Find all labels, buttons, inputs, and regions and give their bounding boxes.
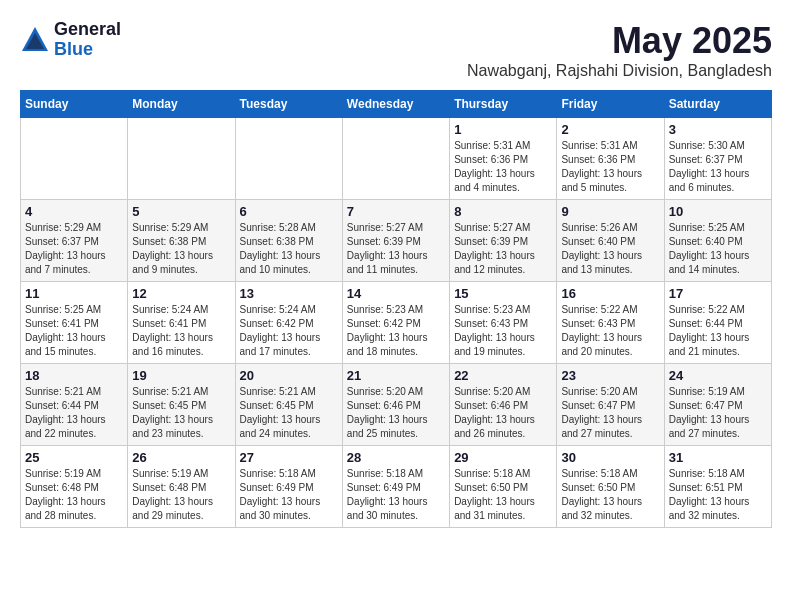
header-saturday: Saturday <box>664 91 771 118</box>
table-row: 3Sunrise: 5:30 AMSunset: 6:37 PMDaylight… <box>664 118 771 200</box>
day-info: Sunrise: 5:20 AMSunset: 6:47 PMDaylight:… <box>561 385 659 441</box>
logo: General Blue <box>20 20 121 60</box>
day-number: 18 <box>25 368 123 383</box>
table-row: 29Sunrise: 5:18 AMSunset: 6:50 PMDayligh… <box>450 446 557 528</box>
day-info: Sunrise: 5:20 AMSunset: 6:46 PMDaylight:… <box>347 385 445 441</box>
day-info: Sunrise: 5:18 AMSunset: 6:50 PMDaylight:… <box>454 467 552 523</box>
day-number: 1 <box>454 122 552 137</box>
day-info: Sunrise: 5:27 AMSunset: 6:39 PMDaylight:… <box>347 221 445 277</box>
table-row: 12Sunrise: 5:24 AMSunset: 6:41 PMDayligh… <box>128 282 235 364</box>
day-info: Sunrise: 5:22 AMSunset: 6:44 PMDaylight:… <box>669 303 767 359</box>
table-row: 15Sunrise: 5:23 AMSunset: 6:43 PMDayligh… <box>450 282 557 364</box>
day-number: 4 <box>25 204 123 219</box>
day-info: Sunrise: 5:29 AMSunset: 6:37 PMDaylight:… <box>25 221 123 277</box>
table-row: 6Sunrise: 5:28 AMSunset: 6:38 PMDaylight… <box>235 200 342 282</box>
day-info: Sunrise: 5:24 AMSunset: 6:41 PMDaylight:… <box>132 303 230 359</box>
table-row: 18Sunrise: 5:21 AMSunset: 6:44 PMDayligh… <box>21 364 128 446</box>
day-number: 6 <box>240 204 338 219</box>
day-info: Sunrise: 5:22 AMSunset: 6:43 PMDaylight:… <box>561 303 659 359</box>
day-info: Sunrise: 5:18 AMSunset: 6:49 PMDaylight:… <box>240 467 338 523</box>
day-info: Sunrise: 5:29 AMSunset: 6:38 PMDaylight:… <box>132 221 230 277</box>
day-info: Sunrise: 5:21 AMSunset: 6:45 PMDaylight:… <box>240 385 338 441</box>
table-row: 16Sunrise: 5:22 AMSunset: 6:43 PMDayligh… <box>557 282 664 364</box>
day-info: Sunrise: 5:23 AMSunset: 6:43 PMDaylight:… <box>454 303 552 359</box>
day-number: 2 <box>561 122 659 137</box>
day-info: Sunrise: 5:20 AMSunset: 6:46 PMDaylight:… <box>454 385 552 441</box>
table-row: 7Sunrise: 5:27 AMSunset: 6:39 PMDaylight… <box>342 200 449 282</box>
day-info: Sunrise: 5:27 AMSunset: 6:39 PMDaylight:… <box>454 221 552 277</box>
day-number: 22 <box>454 368 552 383</box>
header-thursday: Thursday <box>450 91 557 118</box>
day-info: Sunrise: 5:18 AMSunset: 6:49 PMDaylight:… <box>347 467 445 523</box>
day-number: 13 <box>240 286 338 301</box>
day-number: 27 <box>240 450 338 465</box>
table-row: 14Sunrise: 5:23 AMSunset: 6:42 PMDayligh… <box>342 282 449 364</box>
day-number: 21 <box>347 368 445 383</box>
day-number: 17 <box>669 286 767 301</box>
day-info: Sunrise: 5:19 AMSunset: 6:48 PMDaylight:… <box>25 467 123 523</box>
table-row: 17Sunrise: 5:22 AMSunset: 6:44 PMDayligh… <box>664 282 771 364</box>
table-row: 11Sunrise: 5:25 AMSunset: 6:41 PMDayligh… <box>21 282 128 364</box>
day-info: Sunrise: 5:18 AMSunset: 6:51 PMDaylight:… <box>669 467 767 523</box>
table-row: 25Sunrise: 5:19 AMSunset: 6:48 PMDayligh… <box>21 446 128 528</box>
table-row: 4Sunrise: 5:29 AMSunset: 6:37 PMDaylight… <box>21 200 128 282</box>
day-info: Sunrise: 5:21 AMSunset: 6:44 PMDaylight:… <box>25 385 123 441</box>
table-row <box>128 118 235 200</box>
table-row: 10Sunrise: 5:25 AMSunset: 6:40 PMDayligh… <box>664 200 771 282</box>
day-number: 15 <box>454 286 552 301</box>
day-number: 23 <box>561 368 659 383</box>
logo-icon <box>20 25 50 55</box>
day-number: 19 <box>132 368 230 383</box>
table-row: 1Sunrise: 5:31 AMSunset: 6:36 PMDaylight… <box>450 118 557 200</box>
table-row: 31Sunrise: 5:18 AMSunset: 6:51 PMDayligh… <box>664 446 771 528</box>
calendar-table: Sunday Monday Tuesday Wednesday Thursday… <box>20 90 772 528</box>
day-info: Sunrise: 5:31 AMSunset: 6:36 PMDaylight:… <box>561 139 659 195</box>
day-number: 5 <box>132 204 230 219</box>
header-sunday: Sunday <box>21 91 128 118</box>
day-number: 8 <box>454 204 552 219</box>
day-number: 10 <box>669 204 767 219</box>
calendar-week-row: 1Sunrise: 5:31 AMSunset: 6:36 PMDaylight… <box>21 118 772 200</box>
table-row: 5Sunrise: 5:29 AMSunset: 6:38 PMDaylight… <box>128 200 235 282</box>
month-year-title: May 2025 <box>467 20 772 62</box>
header-friday: Friday <box>557 91 664 118</box>
day-number: 28 <box>347 450 445 465</box>
day-info: Sunrise: 5:21 AMSunset: 6:45 PMDaylight:… <box>132 385 230 441</box>
day-number: 29 <box>454 450 552 465</box>
day-number: 20 <box>240 368 338 383</box>
logo-blue: Blue <box>54 39 93 59</box>
day-number: 26 <box>132 450 230 465</box>
day-info: Sunrise: 5:26 AMSunset: 6:40 PMDaylight:… <box>561 221 659 277</box>
day-info: Sunrise: 5:19 AMSunset: 6:47 PMDaylight:… <box>669 385 767 441</box>
calendar-week-row: 4Sunrise: 5:29 AMSunset: 6:37 PMDaylight… <box>21 200 772 282</box>
table-row: 26Sunrise: 5:19 AMSunset: 6:48 PMDayligh… <box>128 446 235 528</box>
table-row <box>235 118 342 200</box>
header-tuesday: Tuesday <box>235 91 342 118</box>
calendar-body: 1Sunrise: 5:31 AMSunset: 6:36 PMDaylight… <box>21 118 772 528</box>
table-row: 19Sunrise: 5:21 AMSunset: 6:45 PMDayligh… <box>128 364 235 446</box>
table-row: 30Sunrise: 5:18 AMSunset: 6:50 PMDayligh… <box>557 446 664 528</box>
table-row: 2Sunrise: 5:31 AMSunset: 6:36 PMDaylight… <box>557 118 664 200</box>
table-row: 22Sunrise: 5:20 AMSunset: 6:46 PMDayligh… <box>450 364 557 446</box>
day-number: 12 <box>132 286 230 301</box>
table-row: 13Sunrise: 5:24 AMSunset: 6:42 PMDayligh… <box>235 282 342 364</box>
day-number: 31 <box>669 450 767 465</box>
location-subtitle: Nawabganj, Rajshahi Division, Bangladesh <box>467 62 772 80</box>
table-row: 9Sunrise: 5:26 AMSunset: 6:40 PMDaylight… <box>557 200 664 282</box>
header-monday: Monday <box>128 91 235 118</box>
day-number: 30 <box>561 450 659 465</box>
logo-general: General <box>54 19 121 39</box>
day-info: Sunrise: 5:31 AMSunset: 6:36 PMDaylight:… <box>454 139 552 195</box>
day-info: Sunrise: 5:30 AMSunset: 6:37 PMDaylight:… <box>669 139 767 195</box>
table-row: 21Sunrise: 5:20 AMSunset: 6:46 PMDayligh… <box>342 364 449 446</box>
calendar-week-row: 11Sunrise: 5:25 AMSunset: 6:41 PMDayligh… <box>21 282 772 364</box>
day-info: Sunrise: 5:18 AMSunset: 6:50 PMDaylight:… <box>561 467 659 523</box>
table-row <box>21 118 128 200</box>
table-row: 28Sunrise: 5:18 AMSunset: 6:49 PMDayligh… <box>342 446 449 528</box>
day-info: Sunrise: 5:25 AMSunset: 6:40 PMDaylight:… <box>669 221 767 277</box>
day-info: Sunrise: 5:24 AMSunset: 6:42 PMDaylight:… <box>240 303 338 359</box>
day-number: 25 <box>25 450 123 465</box>
day-number: 9 <box>561 204 659 219</box>
day-number: 11 <box>25 286 123 301</box>
day-info: Sunrise: 5:23 AMSunset: 6:42 PMDaylight:… <box>347 303 445 359</box>
